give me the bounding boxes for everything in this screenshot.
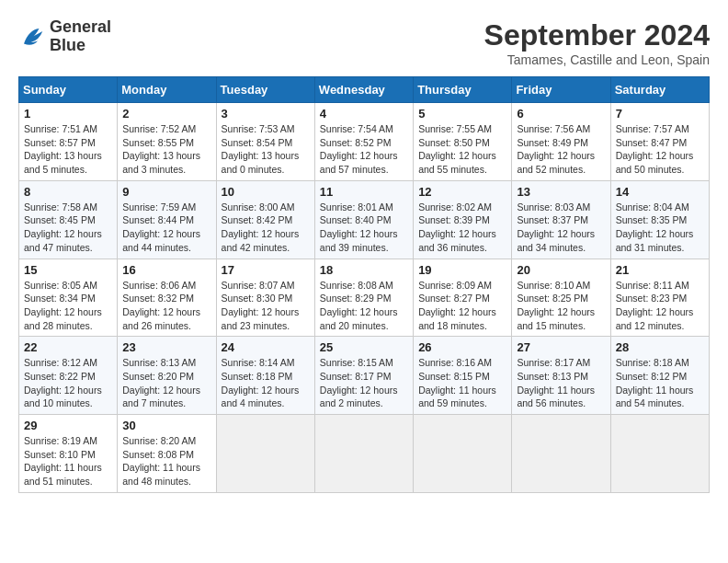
- day-info-11: Sunrise: 8:01 AM Sunset: 8:40 PM Dayligh…: [320, 201, 408, 255]
- day-info-9: Sunrise: 7:59 AM Sunset: 8:44 PM Dayligh…: [122, 201, 210, 255]
- calendar-cell-0-0: 1Sunrise: 7:51 AM Sunset: 8:57 PM Daylig…: [19, 103, 118, 181]
- calendar-cell-1-6: 14Sunrise: 8:04 AM Sunset: 8:35 PM Dayli…: [610, 180, 709, 259]
- calendar-cell-3-5: 27Sunrise: 8:17 AM Sunset: 8:13 PM Dayli…: [512, 337, 610, 415]
- calendar-cell-0-1: 2Sunrise: 7:52 AM Sunset: 8:55 PM Daylig…: [118, 103, 216, 181]
- calendar-cell-0-5: 6Sunrise: 7:56 AM Sunset: 8:49 PM Daylig…: [512, 103, 610, 181]
- calendar-row-1: 8Sunrise: 7:58 AM Sunset: 8:45 PM Daylig…: [19, 180, 710, 259]
- day-number-17: 17: [222, 263, 310, 277]
- calendar-subtitle: Tamames, Castille and Leon, Spain: [484, 52, 710, 67]
- calendar-cell-1-2: 10Sunrise: 8:00 AM Sunset: 8:42 PM Dayli…: [216, 180, 314, 259]
- day-info-22: Sunrise: 8:12 AM Sunset: 8:22 PM Dayligh…: [24, 356, 112, 410]
- day-info-23: Sunrise: 8:13 AM Sunset: 8:20 PM Dayligh…: [122, 356, 210, 410]
- day-number-18: 18: [320, 263, 408, 277]
- day-number-4: 4: [320, 107, 408, 121]
- day-info-3: Sunrise: 7:53 AM Sunset: 8:54 PM Dayligh…: [222, 122, 310, 177]
- calendar-cell-4-2: [216, 415, 314, 493]
- page-header: General Blue September 2024 Tamames, Cas…: [18, 18, 710, 67]
- calendar-cell-2-6: 21Sunrise: 8:11 AM Sunset: 8:23 PM Dayli…: [610, 259, 709, 337]
- day-number-20: 20: [517, 263, 605, 277]
- day-number-30: 30: [122, 419, 210, 432]
- day-info-17: Sunrise: 8:07 AM Sunset: 8:30 PM Dayligh…: [222, 279, 310, 333]
- day-number-28: 28: [616, 340, 704, 354]
- day-info-15: Sunrise: 8:05 AM Sunset: 8:34 PM Dayligh…: [24, 279, 112, 333]
- day-info-21: Sunrise: 8:11 AM Sunset: 8:23 PM Dayligh…: [616, 279, 704, 333]
- header-thursday: Thursday: [414, 77, 512, 103]
- calendar-cell-2-5: 20Sunrise: 8:10 AM Sunset: 8:25 PM Dayli…: [512, 259, 610, 337]
- day-number-26: 26: [418, 340, 506, 354]
- calendar-cell-3-4: 26Sunrise: 8:16 AM Sunset: 8:15 PM Dayli…: [414, 337, 512, 415]
- calendar-cell-1-0: 8Sunrise: 7:58 AM Sunset: 8:45 PM Daylig…: [19, 180, 118, 259]
- day-number-5: 5: [418, 107, 506, 121]
- day-info-1: Sunrise: 7:51 AM Sunset: 8:57 PM Dayligh…: [24, 122, 112, 177]
- day-number-9: 9: [122, 185, 210, 199]
- calendar-cell-1-5: 13Sunrise: 8:03 AM Sunset: 8:37 PM Dayli…: [512, 180, 610, 259]
- calendar-row-0: 1Sunrise: 7:51 AM Sunset: 8:57 PM Daylig…: [19, 103, 710, 181]
- calendar-cell-1-3: 11Sunrise: 8:01 AM Sunset: 8:40 PM Dayli…: [314, 180, 413, 259]
- day-number-12: 12: [418, 185, 506, 199]
- day-info-2: Sunrise: 7:52 AM Sunset: 8:55 PM Dayligh…: [122, 122, 210, 177]
- day-number-13: 13: [517, 185, 605, 199]
- days-header-row: Sunday Monday Tuesday Wednesday Thursday…: [19, 77, 710, 103]
- header-wednesday: Wednesday: [314, 77, 413, 103]
- day-info-28: Sunrise: 8:18 AM Sunset: 8:12 PM Dayligh…: [616, 356, 704, 410]
- calendar-cell-3-3: 25Sunrise: 8:15 AM Sunset: 8:17 PM Dayli…: [314, 337, 413, 415]
- day-info-7: Sunrise: 7:57 AM Sunset: 8:47 PM Dayligh…: [616, 122, 704, 177]
- logo-icon: [18, 23, 46, 51]
- header-tuesday: Tuesday: [216, 77, 314, 103]
- calendar-cell-0-6: 7Sunrise: 7:57 AM Sunset: 8:47 PM Daylig…: [610, 103, 709, 181]
- day-info-13: Sunrise: 8:03 AM Sunset: 8:37 PM Dayligh…: [517, 201, 605, 255]
- day-info-18: Sunrise: 8:08 AM Sunset: 8:29 PM Dayligh…: [320, 279, 408, 333]
- day-number-27: 27: [517, 340, 605, 354]
- logo-text: General Blue: [50, 18, 111, 55]
- calendar-cell-4-3: [314, 415, 413, 493]
- day-info-6: Sunrise: 7:56 AM Sunset: 8:49 PM Dayligh…: [517, 122, 605, 177]
- calendar-cell-0-4: 5Sunrise: 7:55 AM Sunset: 8:50 PM Daylig…: [414, 103, 512, 181]
- header-sunday: Sunday: [19, 77, 118, 103]
- day-number-3: 3: [222, 107, 310, 121]
- day-number-8: 8: [24, 185, 112, 199]
- day-number-10: 10: [222, 185, 310, 199]
- logo: General Blue: [18, 18, 111, 55]
- calendar-row-2: 15Sunrise: 8:05 AM Sunset: 8:34 PM Dayli…: [19, 259, 710, 337]
- calendar-cell-4-0: 29Sunrise: 8:19 AM Sunset: 8:10 PM Dayli…: [19, 415, 118, 493]
- calendar-cell-2-1: 16Sunrise: 8:06 AM Sunset: 8:32 PM Dayli…: [118, 259, 216, 337]
- day-number-14: 14: [616, 185, 704, 199]
- header-saturday: Saturday: [610, 77, 709, 103]
- calendar-cell-4-4: [414, 415, 512, 493]
- day-info-12: Sunrise: 8:02 AM Sunset: 8:39 PM Dayligh…: [418, 201, 506, 255]
- day-number-29: 29: [24, 419, 112, 432]
- day-info-19: Sunrise: 8:09 AM Sunset: 8:27 PM Dayligh…: [418, 279, 506, 333]
- day-info-10: Sunrise: 8:00 AM Sunset: 8:42 PM Dayligh…: [222, 201, 310, 255]
- day-number-23: 23: [122, 340, 210, 354]
- calendar-cell-3-2: 24Sunrise: 8:14 AM Sunset: 8:18 PM Dayli…: [216, 337, 314, 415]
- calendar-cell-3-0: 22Sunrise: 8:12 AM Sunset: 8:22 PM Dayli…: [19, 337, 118, 415]
- day-number-24: 24: [222, 340, 310, 354]
- day-number-22: 22: [24, 340, 112, 354]
- calendar-row-3: 22Sunrise: 8:12 AM Sunset: 8:22 PM Dayli…: [19, 337, 710, 415]
- calendar-table: Sunday Monday Tuesday Wednesday Thursday…: [18, 76, 710, 493]
- day-info-26: Sunrise: 8:16 AM Sunset: 8:15 PM Dayligh…: [418, 356, 506, 410]
- day-info-14: Sunrise: 8:04 AM Sunset: 8:35 PM Dayligh…: [616, 201, 704, 255]
- day-info-24: Sunrise: 8:14 AM Sunset: 8:18 PM Dayligh…: [222, 356, 310, 410]
- day-info-16: Sunrise: 8:06 AM Sunset: 8:32 PM Dayligh…: [122, 279, 210, 333]
- calendar-cell-2-3: 18Sunrise: 8:08 AM Sunset: 8:29 PM Dayli…: [314, 259, 413, 337]
- calendar-cell-3-6: 28Sunrise: 8:18 AM Sunset: 8:12 PM Dayli…: [610, 337, 709, 415]
- day-info-30: Sunrise: 8:20 AM Sunset: 8:08 PM Dayligh…: [122, 434, 210, 488]
- day-number-21: 21: [616, 263, 704, 277]
- calendar-cell-4-6: [610, 415, 709, 493]
- day-info-8: Sunrise: 7:58 AM Sunset: 8:45 PM Dayligh…: [24, 201, 112, 255]
- day-info-20: Sunrise: 8:10 AM Sunset: 8:25 PM Dayligh…: [517, 279, 605, 333]
- calendar-cell-0-3: 4Sunrise: 7:54 AM Sunset: 8:52 PM Daylig…: [314, 103, 413, 181]
- day-number-11: 11: [320, 185, 408, 199]
- header-friday: Friday: [512, 77, 610, 103]
- calendar-row-4: 29Sunrise: 8:19 AM Sunset: 8:10 PM Dayli…: [19, 415, 710, 493]
- day-info-27: Sunrise: 8:17 AM Sunset: 8:13 PM Dayligh…: [517, 356, 605, 410]
- calendar-cell-2-4: 19Sunrise: 8:09 AM Sunset: 8:27 PM Dayli…: [414, 259, 512, 337]
- calendar-cell-1-1: 9Sunrise: 7:59 AM Sunset: 8:44 PM Daylig…: [118, 180, 216, 259]
- calendar-cell-4-1: 30Sunrise: 8:20 AM Sunset: 8:08 PM Dayli…: [118, 415, 216, 493]
- day-number-25: 25: [320, 340, 408, 354]
- calendar-cell-2-2: 17Sunrise: 8:07 AM Sunset: 8:30 PM Dayli…: [216, 259, 314, 337]
- calendar-cell-1-4: 12Sunrise: 8:02 AM Sunset: 8:39 PM Dayli…: [414, 180, 512, 259]
- day-info-25: Sunrise: 8:15 AM Sunset: 8:17 PM Dayligh…: [320, 356, 408, 410]
- day-number-6: 6: [517, 107, 605, 121]
